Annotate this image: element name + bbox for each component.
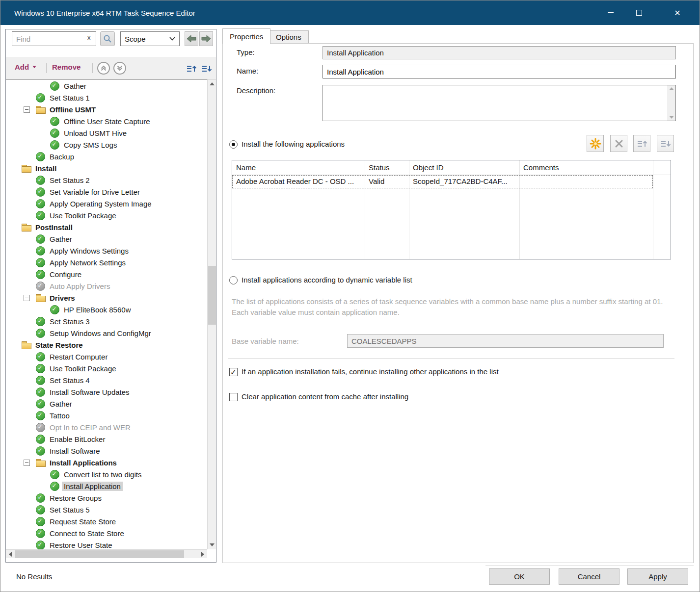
tree-row[interactable]: Copy SMS Logs (6, 139, 207, 151)
tree-row[interactable]: Unload USMT Hive (6, 127, 207, 139)
table-column-header[interactable]: Name (232, 160, 365, 175)
tree-row[interactable]: Tattoo (6, 410, 207, 421)
base-variable-name-field (347, 334, 664, 348)
table-column-header[interactable]: Comments (519, 160, 653, 175)
horizontal-scroll-thumb[interactable] (15, 550, 184, 558)
forward-button[interactable] (199, 31, 213, 46)
tree-item-label: Apply Windows Settings (48, 246, 131, 256)
table-column-header[interactable]: Status (365, 160, 409, 175)
install-following-applications-radio[interactable] (229, 140, 238, 149)
tree-row[interactable]: Set Status 1 (6, 92, 207, 103)
tree-expander[interactable] (22, 106, 35, 113)
remove-button[interactable]: Remove (52, 63, 81, 71)
tree-row[interactable]: Install Applications (6, 457, 207, 468)
tree-row[interactable]: Apply Windows Settings (6, 245, 207, 257)
find-input[interactable] (12, 31, 96, 46)
tree-item-label: Tattoo (48, 411, 72, 420)
continue-on-fail-checkbox[interactable] (229, 368, 238, 376)
tree-row[interactable]: State Restore (6, 339, 207, 351)
tab-properties[interactable]: Properties (222, 28, 270, 44)
tree-row[interactable]: Restart Computer (6, 351, 207, 362)
vertical-scroll-thumb[interactable] (208, 266, 216, 325)
tree-row[interactable]: Convert list to two digits (6, 468, 207, 480)
add-button[interactable]: Add (15, 63, 36, 71)
tree-item-icon (35, 434, 46, 444)
tree-expander[interactable] (22, 295, 35, 301)
tree-row[interactable]: Set Status 3 (6, 315, 207, 327)
scroll-up-arrow[interactable] (208, 79, 216, 88)
tree-row[interactable]: Configure (6, 268, 207, 280)
tree-expander[interactable] (22, 460, 35, 466)
cancel-button[interactable]: Cancel (559, 568, 619, 585)
tree-row[interactable]: Gather (6, 80, 207, 92)
collapse-all-button[interactable] (97, 62, 110, 75)
tree-row[interactable]: PostInstall (6, 221, 207, 233)
tree-row[interactable]: Opt In to CEIP and WER (6, 421, 207, 433)
search-button[interactable] (100, 31, 115, 46)
tree-row[interactable]: Auto Apply Drivers (6, 280, 207, 292)
clear-cache-checkbox[interactable] (229, 393, 238, 401)
close-button[interactable]: ✕ (666, 0, 689, 25)
tree-row[interactable]: Offline User State Capture (6, 115, 207, 127)
titlebar: Windows 10 Enterprise x64 RTM Task Seque… (0, 0, 700, 25)
tree-row[interactable]: Request State Store (6, 515, 207, 527)
back-button[interactable] (185, 31, 198, 46)
expand-all-button[interactable] (113, 62, 126, 75)
tree-row[interactable]: Install Application (6, 480, 207, 492)
tree-vertical-scrollbar[interactable] (207, 79, 216, 549)
tree-item-icon (35, 516, 46, 526)
tree-row[interactable]: Enable BitLocker (6, 433, 207, 445)
install-dynamic-variable-list-radio[interactable] (229, 276, 238, 284)
tree-row[interactable]: Set Status 4 (6, 374, 207, 386)
apply-button[interactable]: Apply (627, 568, 688, 585)
triangle-up-icon[interactable] (669, 87, 674, 90)
name-field[interactable] (323, 65, 676, 78)
maximize-button[interactable] (628, 0, 650, 25)
tree-row[interactable]: Apply Network Settings (6, 257, 207, 268)
minimize-button[interactable] (599, 0, 622, 25)
triangle-down-icon[interactable] (669, 116, 674, 119)
reorder-up-button[interactable] (185, 62, 198, 75)
tree-row[interactable]: Set Status 5 (6, 504, 207, 515)
type-field[interactable] (323, 46, 676, 59)
tree-item-icon (49, 116, 60, 126)
description-field[interactable] (323, 85, 667, 121)
tree-row[interactable]: Offline USMT (6, 103, 207, 115)
move-application-up-button[interactable] (633, 135, 650, 152)
tree-row[interactable]: Set Variable for Drive Letter (6, 186, 207, 198)
tree-row[interactable]: Restore Groups (6, 492, 207, 504)
scroll-right-arrow[interactable] (198, 550, 207, 559)
reorder-down-button[interactable] (200, 62, 213, 75)
tree-row[interactable]: Install (6, 162, 207, 174)
tree-row[interactable]: Install Software Updates (6, 386, 207, 398)
scope-dropdown[interactable]: Scope (120, 31, 180, 46)
tree-row[interactable]: Apply Operating System Image (6, 198, 207, 209)
move-application-down-button[interactable] (657, 135, 674, 152)
clear-find-button[interactable]: x (87, 34, 91, 41)
tree-row[interactable]: Set Status 2 (6, 174, 207, 186)
tree-row[interactable]: Restore User State (6, 539, 207, 549)
tab-options[interactable]: Options (269, 30, 309, 43)
close-icon: ✕ (674, 8, 680, 18)
tree-row[interactable]: Use Toolkit Package (6, 209, 207, 221)
tree-item-label: Set Status 2 (48, 176, 92, 185)
ok-button[interactable]: OK (489, 568, 550, 585)
tree-row[interactable]: Gather (6, 233, 207, 245)
delete-application-button[interactable] (610, 135, 627, 152)
tree-row[interactable]: Gather (6, 398, 207, 410)
new-application-button[interactable] (587, 135, 604, 152)
tree-horizontal-scrollbar[interactable] (6, 549, 207, 558)
tree-row[interactable]: Backup (6, 151, 207, 162)
list-move-up-icon (186, 64, 197, 73)
tree-row[interactable]: Connect to State Store (6, 527, 207, 539)
tree-row[interactable]: Use Toolkit Package (6, 362, 207, 374)
table-row[interactable]: Adobe Acrobat Reader DC - OSD ... Valid … (232, 175, 653, 188)
tree-row[interactable]: HP EliteBook 8560w (6, 304, 207, 315)
tree-item-label: Offline User State Capture (62, 117, 152, 126)
scroll-left-arrow[interactable] (6, 550, 15, 559)
scroll-down-arrow[interactable] (208, 541, 216, 549)
tree-row[interactable]: Setup Windows and ConfigMgr (6, 327, 207, 339)
tree-row[interactable]: Drivers (6, 292, 207, 304)
table-column-header[interactable]: Object ID (409, 160, 519, 175)
tree-row[interactable]: Install Software (6, 445, 207, 457)
